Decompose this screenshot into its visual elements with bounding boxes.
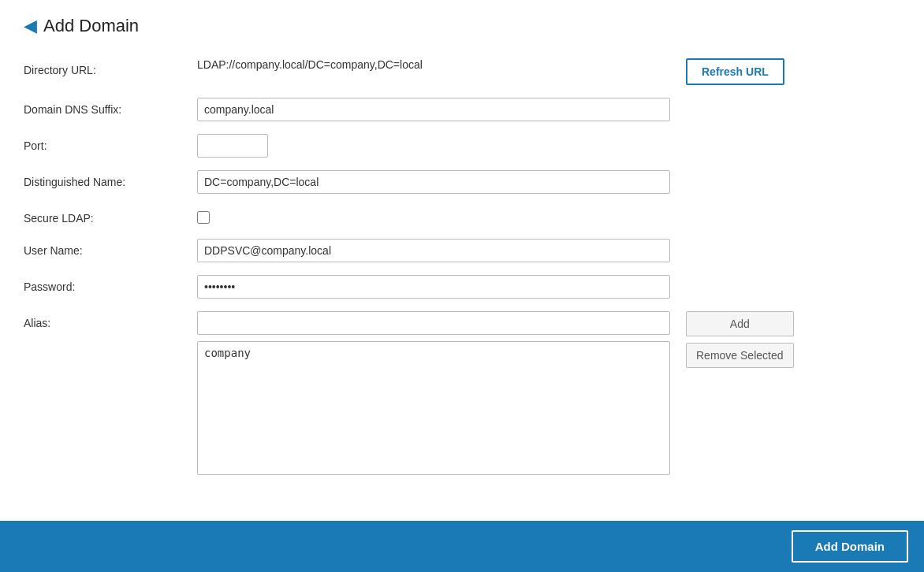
alias-row: Alias: company Add Remove Selected — [24, 311, 900, 477]
distinguished-name-input[interactable] — [197, 170, 670, 194]
page-wrapper: ◀ Add Domain Directory URL: LDAP://compa… — [0, 0, 924, 553]
alias-input[interactable] — [197, 311, 670, 335]
password-input-area — [197, 275, 670, 299]
port-row: Port: — [24, 134, 900, 158]
username-row: User Name: — [24, 239, 900, 262]
port-input[interactable] — [197, 134, 268, 158]
username-label: User Name: — [24, 239, 197, 257]
distinguished-name-label: Distinguished Name: — [24, 170, 197, 188]
port-label: Port: — [24, 134, 197, 152]
directory-url-row: Directory URL: LDAP://company.local/DC=c… — [24, 58, 900, 85]
alias-label: Alias: — [24, 311, 197, 329]
secure-ldap-checkbox[interactable] — [197, 211, 210, 224]
username-input[interactable] — [197, 239, 670, 262]
domain-dns-suffix-row: Domain DNS Suffix: — [24, 98, 900, 121]
add-domain-button[interactable]: Add Domain — [792, 530, 908, 563]
alias-section: company — [197, 311, 670, 477]
back-icon[interactable]: ◀ — [24, 16, 37, 36]
distinguished-name-input-area — [197, 170, 670, 194]
directory-url-label: Directory URL: — [24, 58, 197, 76]
secure-ldap-label: Secure LDAP: — [24, 206, 197, 225]
alias-list-area: company — [197, 341, 670, 477]
secure-ldap-checkbox-area — [197, 206, 670, 226]
refresh-url-action: Refresh URL — [686, 58, 784, 85]
port-input-area — [197, 134, 670, 158]
alias-side-buttons: Add Remove Selected — [686, 311, 794, 368]
domain-dns-suffix-input[interactable] — [197, 98, 670, 121]
password-label: Password: — [24, 275, 197, 293]
password-row: Password: — [24, 275, 900, 299]
page-title: Add Domain — [43, 16, 139, 36]
domain-dns-suffix-input-area — [197, 98, 670, 121]
secure-ldap-row: Secure LDAP: — [24, 206, 900, 226]
page-title-row: ◀ Add Domain — [24, 16, 900, 36]
password-input[interactable] — [197, 275, 670, 299]
domain-dns-suffix-label: Domain DNS Suffix: — [24, 98, 197, 116]
distinguished-name-row: Distinguished Name: — [24, 170, 900, 194]
directory-url-value: LDAP://company.local/DC=company,DC=local — [197, 53, 423, 71]
username-input-area — [197, 239, 670, 262]
add-alias-button[interactable]: Add — [686, 311, 794, 336]
refresh-url-button[interactable]: Refresh URL — [686, 58, 784, 85]
bottom-bar: Add Domain — [0, 521, 924, 572]
remove-selected-button[interactable]: Remove Selected — [686, 343, 794, 368]
alias-list-textarea[interactable]: company — [197, 341, 670, 475]
directory-url-value-area: LDAP://company.local/DC=company,DC=local — [197, 58, 670, 71]
